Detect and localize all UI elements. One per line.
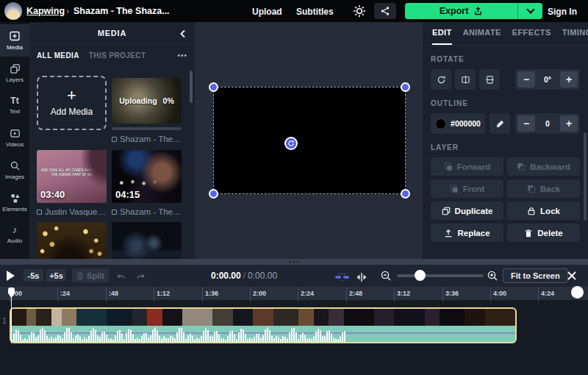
duration-badge: 03:40 [40,189,65,200]
flip-horizontal-button[interactable] [455,69,476,90]
inspector-panel: EDIT ANIMATE EFFECTS TIMING ROTATE [423,22,588,259]
eyedropper-icon [495,119,505,129]
media-item-label: Shazam - The S... [112,207,182,216]
sign-in-button[interactable]: Sign In [548,7,577,17]
tab-effects[interactable]: EFFECTS [512,28,551,45]
export-options-button[interactable] [517,3,542,19]
snap-icon [334,273,351,282]
delete-button[interactable]: Delete [507,224,580,242]
zoom-out-icon [380,270,392,282]
add-media-button[interactable]: + Add Media [37,76,107,130]
sidebar-item-audio[interactable]: ♪ Audio [0,218,29,251]
media-item-city[interactable] [112,222,182,259]
flip-vertical-icon [485,75,495,85]
rotate-handle[interactable] [284,137,298,150]
split-button[interactable]: Split [72,268,109,282]
outline-heading: OUTLINE [431,99,580,107]
selection-handle-top-right[interactable] [401,82,410,92]
media-item-bokeh[interactable] [37,222,107,259]
skip-back-5s-button[interactable]: -5s [24,269,43,282]
fit-to-screen-button[interactable]: Fit to Screen [503,268,568,283]
redo-icon [135,271,146,281]
timeline-ruler[interactable]: :00 :24 :48 1:12 1:36 2:00 2:24 2:48 3:1… [0,287,588,301]
trash-icon [524,229,533,238]
upload-status: Uploading 0% [112,78,182,124]
timeline-pan-handle[interactable] [571,286,584,299]
front-button[interactable]: Front [431,179,503,198]
lock-button[interactable]: Lock [507,201,580,220]
tab-all-media[interactable]: ALL MEDIA [37,51,79,60]
snap-toggle[interactable] [334,271,351,285]
kapwing-editor: Kapwing › Shazam - The Shaza... Upload S… [0,0,588,375]
rotate-minus-button[interactable]: − [517,71,535,88]
tab-this-project[interactable]: THIS PROJECT [89,51,146,60]
tab-edit[interactable]: EDIT [432,28,452,45]
timeline-tracks[interactable]: 1 [0,301,588,375]
selection-handle-top-left[interactable] [209,82,218,92]
timeline-toolbar: -5s +5s Split 0:00.00/0:00.00 [0,265,588,287]
media-item-uploading[interactable]: Uploading 0% Shazam - The S... [112,78,182,143]
bring-to-front-icon [450,185,459,193]
flip-vertical-button[interactable] [479,69,500,90]
rotate-90-button[interactable] [431,69,451,90]
outline-minus-button[interactable]: − [517,115,535,132]
tab-animate[interactable]: ANIMATE [463,28,501,45]
breadcrumb-separator: › [66,6,69,16]
outline-plus-button[interactable]: + [560,115,578,132]
expand-clips-toggle[interactable] [356,271,368,285]
sidebar-item-layers[interactable]: Layers [0,57,29,89]
redo-button[interactable] [135,271,146,284]
video-file-icon [112,210,117,215]
playhead[interactable] [8,288,15,298]
replace-button[interactable]: Replace [431,224,503,242]
sidebar-item-images[interactable]: Images [0,154,29,186]
selection-handle-bottom-right[interactable] [401,189,410,199]
sidebar-item-text[interactable]: Tt Text [0,89,29,121]
sidebar-item-elements[interactable]: Elements [0,186,29,218]
media-panel-title: MEDIA [98,29,126,38]
media-item-label: Shazam - The S... [112,135,182,143]
timeline-zoom-slider[interactable] [397,274,484,277]
sidebar-item-videos[interactable]: Videos [0,121,29,154]
brand-link[interactable]: Kapwing [26,6,65,16]
timecode: 0:00.00/0:00.00 [211,271,277,281]
zoom-out-button[interactable] [380,270,392,285]
play-button[interactable] [7,271,15,281]
zoom-in-button[interactable] [487,270,498,285]
split-icon [76,271,84,280]
settings-gear-icon[interactable] [353,4,366,18]
flip-horizontal-icon [461,75,470,85]
undo-button[interactable] [115,271,126,284]
selection-handle-bottom-left[interactable] [209,189,218,199]
subtitles-button[interactable]: Subtitles [296,7,334,17]
tab-timing[interactable]: TIMING [562,28,588,45]
media-item-shazam[interactable]: 04:15 Shazam - The S... [112,150,182,216]
selected-video-layer[interactable] [213,87,406,194]
media-item-justin[interactable]: AND TAKE ALL MY CARES AWAY WITH THE ASKI… [37,150,107,216]
more-options-icon[interactable]: ••• [177,51,187,60]
outline-color-picker[interactable]: #000000 [431,113,485,134]
track-number: 1 [2,316,7,325]
close-timeline-button[interactable] [567,271,577,284]
export-button[interactable]: Export [405,3,517,19]
zoom-slider-thumb[interactable] [415,270,426,281]
duplicate-button[interactable]: Duplicate [431,201,503,220]
top-bar: Kapwing › Shazam - The Shaza... Upload S… [0,0,588,22]
collapse-panel-icon[interactable] [179,28,187,41]
upload-button[interactable]: Upload [252,7,282,17]
backward-button[interactable]: Backward [507,157,580,176]
sidebar-item-media[interactable]: Media [0,24,29,57]
user-avatar[interactable] [4,2,22,20]
timeline-resize-handle[interactable] [0,259,588,265]
share-button[interactable] [374,3,396,19]
rotate-plus-button[interactable]: + [560,71,578,88]
skip-forward-5s-button[interactable]: +5s [46,269,66,282]
project-title[interactable]: Shazam - The Shaza... [74,6,170,16]
inspector-scrollbar[interactable] [584,132,587,221]
back-button[interactable]: Back [507,179,580,198]
timeline-clip[interactable] [10,307,517,343]
media-panel-scrollbar[interactable] [190,71,193,103]
preview-canvas[interactable] [195,22,423,259]
forward-button[interactable]: Forward [431,157,503,176]
eyedropper-button[interactable] [490,113,510,134]
